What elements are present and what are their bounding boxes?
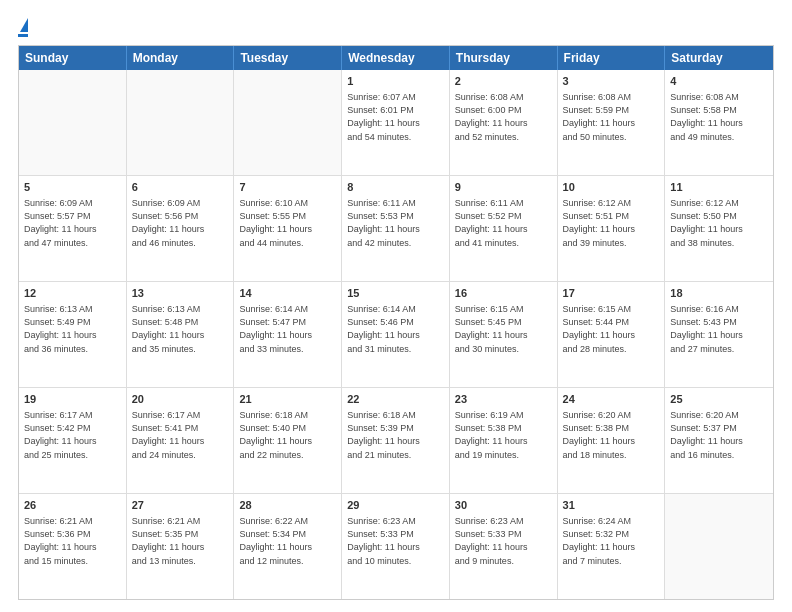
cal-cell-empty [234,70,342,175]
cal-cell-7: 7Sunrise: 6:10 AM Sunset: 5:55 PM Daylig… [234,176,342,281]
day-number: 25 [670,392,768,407]
cell-info: Sunrise: 6:23 AM Sunset: 5:33 PM Dayligh… [455,515,552,567]
cal-cell-2: 2Sunrise: 6:08 AM Sunset: 6:00 PM Daylig… [450,70,558,175]
cell-info: Sunrise: 6:17 AM Sunset: 5:42 PM Dayligh… [24,409,121,461]
calendar-header: SundayMondayTuesdayWednesdayThursdayFrid… [19,46,773,70]
day-number: 29 [347,498,444,513]
cal-cell-20: 20Sunrise: 6:17 AM Sunset: 5:41 PM Dayli… [127,388,235,493]
day-header-saturday: Saturday [665,46,773,70]
day-number: 24 [563,392,660,407]
day-number: 6 [132,180,229,195]
cal-cell-4: 4Sunrise: 6:08 AM Sunset: 5:58 PM Daylig… [665,70,773,175]
cal-cell-21: 21Sunrise: 6:18 AM Sunset: 5:40 PM Dayli… [234,388,342,493]
day-number: 12 [24,286,121,301]
cell-info: Sunrise: 6:08 AM Sunset: 5:58 PM Dayligh… [670,91,768,143]
day-number: 27 [132,498,229,513]
calendar-body: 1Sunrise: 6:07 AM Sunset: 6:01 PM Daylig… [19,70,773,599]
cal-cell-28: 28Sunrise: 6:22 AM Sunset: 5:34 PM Dayli… [234,494,342,599]
cal-cell-3: 3Sunrise: 6:08 AM Sunset: 5:59 PM Daylig… [558,70,666,175]
cell-info: Sunrise: 6:21 AM Sunset: 5:36 PM Dayligh… [24,515,121,567]
cal-cell-16: 16Sunrise: 6:15 AM Sunset: 5:45 PM Dayli… [450,282,558,387]
cell-info: Sunrise: 6:16 AM Sunset: 5:43 PM Dayligh… [670,303,768,355]
cal-cell-6: 6Sunrise: 6:09 AM Sunset: 5:56 PM Daylig… [127,176,235,281]
cell-info: Sunrise: 6:13 AM Sunset: 5:49 PM Dayligh… [24,303,121,355]
day-number: 4 [670,74,768,89]
cal-cell-13: 13Sunrise: 6:13 AM Sunset: 5:48 PM Dayli… [127,282,235,387]
calendar-row-1: 1Sunrise: 6:07 AM Sunset: 6:01 PM Daylig… [19,70,773,176]
cell-info: Sunrise: 6:11 AM Sunset: 5:53 PM Dayligh… [347,197,444,249]
day-header-friday: Friday [558,46,666,70]
day-header-wednesday: Wednesday [342,46,450,70]
cell-info: Sunrise: 6:20 AM Sunset: 5:38 PM Dayligh… [563,409,660,461]
cell-info: Sunrise: 6:14 AM Sunset: 5:47 PM Dayligh… [239,303,336,355]
calendar: SundayMondayTuesdayWednesdayThursdayFrid… [18,45,774,600]
cell-info: Sunrise: 6:12 AM Sunset: 5:51 PM Dayligh… [563,197,660,249]
cal-cell-22: 22Sunrise: 6:18 AM Sunset: 5:39 PM Dayli… [342,388,450,493]
day-number: 1 [347,74,444,89]
day-number: 18 [670,286,768,301]
cell-info: Sunrise: 6:08 AM Sunset: 6:00 PM Dayligh… [455,91,552,143]
header [18,18,774,37]
cal-cell-19: 19Sunrise: 6:17 AM Sunset: 5:42 PM Dayli… [19,388,127,493]
cal-cell-18: 18Sunrise: 6:16 AM Sunset: 5:43 PM Dayli… [665,282,773,387]
day-number: 14 [239,286,336,301]
cell-info: Sunrise: 6:15 AM Sunset: 5:45 PM Dayligh… [455,303,552,355]
cal-cell-12: 12Sunrise: 6:13 AM Sunset: 5:49 PM Dayli… [19,282,127,387]
cell-info: Sunrise: 6:11 AM Sunset: 5:52 PM Dayligh… [455,197,552,249]
cal-cell-empty [665,494,773,599]
cell-info: Sunrise: 6:21 AM Sunset: 5:35 PM Dayligh… [132,515,229,567]
day-number: 30 [455,498,552,513]
cal-cell-empty [127,70,235,175]
day-number: 17 [563,286,660,301]
cell-info: Sunrise: 6:15 AM Sunset: 5:44 PM Dayligh… [563,303,660,355]
cal-cell-8: 8Sunrise: 6:11 AM Sunset: 5:53 PM Daylig… [342,176,450,281]
calendar-row-3: 12Sunrise: 6:13 AM Sunset: 5:49 PM Dayli… [19,282,773,388]
day-number: 2 [455,74,552,89]
day-number: 21 [239,392,336,407]
cal-cell-1: 1Sunrise: 6:07 AM Sunset: 6:01 PM Daylig… [342,70,450,175]
cal-cell-empty [19,70,127,175]
cal-cell-9: 9Sunrise: 6:11 AM Sunset: 5:52 PM Daylig… [450,176,558,281]
cal-cell-14: 14Sunrise: 6:14 AM Sunset: 5:47 PM Dayli… [234,282,342,387]
logo-triangle-icon [20,18,28,32]
cal-cell-29: 29Sunrise: 6:23 AM Sunset: 5:33 PM Dayli… [342,494,450,599]
cell-info: Sunrise: 6:17 AM Sunset: 5:41 PM Dayligh… [132,409,229,461]
day-number: 31 [563,498,660,513]
day-number: 16 [455,286,552,301]
cal-cell-11: 11Sunrise: 6:12 AM Sunset: 5:50 PM Dayli… [665,176,773,281]
logo-underline [18,34,28,37]
cell-info: Sunrise: 6:08 AM Sunset: 5:59 PM Dayligh… [563,91,660,143]
cell-info: Sunrise: 6:12 AM Sunset: 5:50 PM Dayligh… [670,197,768,249]
cal-cell-15: 15Sunrise: 6:14 AM Sunset: 5:46 PM Dayli… [342,282,450,387]
cell-info: Sunrise: 6:18 AM Sunset: 5:39 PM Dayligh… [347,409,444,461]
cell-info: Sunrise: 6:18 AM Sunset: 5:40 PM Dayligh… [239,409,336,461]
cal-cell-10: 10Sunrise: 6:12 AM Sunset: 5:51 PM Dayli… [558,176,666,281]
day-number: 15 [347,286,444,301]
cal-cell-5: 5Sunrise: 6:09 AM Sunset: 5:57 PM Daylig… [19,176,127,281]
day-header-monday: Monday [127,46,235,70]
cell-info: Sunrise: 6:23 AM Sunset: 5:33 PM Dayligh… [347,515,444,567]
cal-cell-24: 24Sunrise: 6:20 AM Sunset: 5:38 PM Dayli… [558,388,666,493]
day-header-sunday: Sunday [19,46,127,70]
cell-info: Sunrise: 6:22 AM Sunset: 5:34 PM Dayligh… [239,515,336,567]
calendar-row-2: 5Sunrise: 6:09 AM Sunset: 5:57 PM Daylig… [19,176,773,282]
day-header-tuesday: Tuesday [234,46,342,70]
cal-cell-27: 27Sunrise: 6:21 AM Sunset: 5:35 PM Dayli… [127,494,235,599]
cal-cell-25: 25Sunrise: 6:20 AM Sunset: 5:37 PM Dayli… [665,388,773,493]
cal-cell-26: 26Sunrise: 6:21 AM Sunset: 5:36 PM Dayli… [19,494,127,599]
cell-info: Sunrise: 6:13 AM Sunset: 5:48 PM Dayligh… [132,303,229,355]
day-number: 7 [239,180,336,195]
logo [18,18,28,37]
day-number: 9 [455,180,552,195]
day-number: 20 [132,392,229,407]
day-number: 26 [24,498,121,513]
day-number: 3 [563,74,660,89]
day-header-thursday: Thursday [450,46,558,70]
day-number: 10 [563,180,660,195]
cal-cell-30: 30Sunrise: 6:23 AM Sunset: 5:33 PM Dayli… [450,494,558,599]
cell-info: Sunrise: 6:14 AM Sunset: 5:46 PM Dayligh… [347,303,444,355]
day-number: 23 [455,392,552,407]
day-number: 11 [670,180,768,195]
cal-cell-31: 31Sunrise: 6:24 AM Sunset: 5:32 PM Dayli… [558,494,666,599]
day-number: 8 [347,180,444,195]
